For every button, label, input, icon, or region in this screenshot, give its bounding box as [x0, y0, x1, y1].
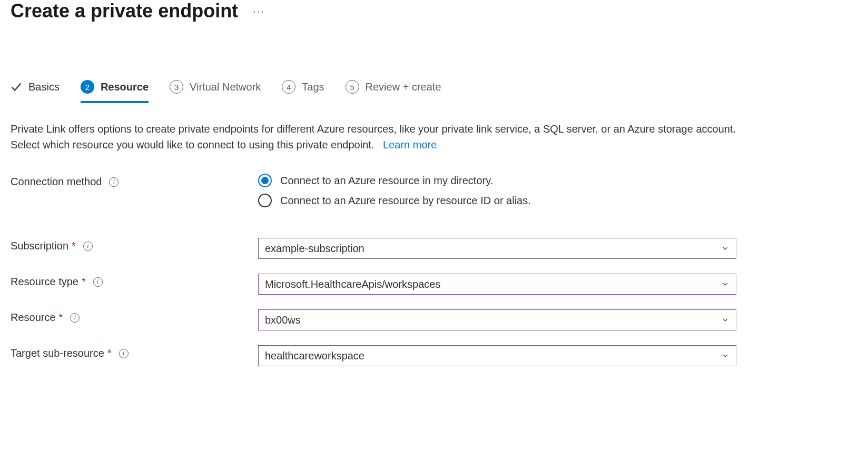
tab-basics[interactable]: Basics — [11, 81, 60, 103]
info-icon[interactable]: i — [109, 177, 119, 187]
chevron-down-icon — [721, 280, 729, 288]
intro-paragraph: Private Link offers options to create pr… — [11, 121, 737, 153]
target-sub-resource-value: healthcareworkspace — [265, 350, 364, 362]
required-star-icon: * — [72, 240, 76, 252]
required-star-icon: * — [82, 276, 86, 288]
label-subscription-text: Subscription — [11, 240, 68, 252]
tab-virtual-network-label: Virtual Network — [190, 81, 261, 93]
required-star-icon: * — [107, 347, 112, 359]
step-badge-3: 3 — [170, 80, 183, 94]
step-badge-5: 5 — [346, 80, 359, 94]
tab-tags-label: Tags — [302, 81, 324, 93]
row-target-sub-resource: Target sub-resource * i healthcareworksp… — [11, 345, 857, 366]
tab-virtual-network[interactable]: 3 Virtual Network — [170, 80, 261, 103]
target-sub-resource-dropdown[interactable]: healthcareworkspace — [258, 345, 736, 366]
tab-basics-label: Basics — [28, 81, 60, 93]
label-resource: Resource * i — [11, 309, 258, 324]
chevron-down-icon — [721, 316, 729, 324]
chevron-down-icon — [721, 351, 729, 360]
label-target-sub-resource-text: Target sub-resource — [11, 347, 104, 359]
intro-text: Private Link offers options to create pr… — [11, 123, 736, 150]
info-icon[interactable]: i — [119, 349, 129, 358]
chevron-down-icon — [721, 244, 729, 253]
wizard-tabs: Basics 2 Resource 3 Virtual Network 4 Ta… — [11, 80, 857, 103]
label-connection-method: Connection method i — [11, 174, 258, 188]
step-badge-4: 4 — [282, 80, 295, 94]
tab-resource[interactable]: 2 Resource — [81, 80, 149, 103]
radio-connect-resource-id-label: Connect to an Azure resource by resource… — [280, 195, 531, 207]
tab-review-create-label: Review + create — [366, 81, 441, 93]
radio-connect-directory[interactable]: Connect to an Azure resource in my direc… — [258, 174, 736, 187]
tab-review-create[interactable]: 5 Review + create — [346, 80, 441, 103]
tab-tags[interactable]: 4 Tags — [282, 80, 324, 103]
row-subscription: Subscription * i example-subscription — [11, 238, 857, 259]
resource-type-value: Microsoft.HealthcareApis/workspaces — [265, 278, 440, 290]
resource-type-dropdown[interactable]: Microsoft.HealthcareApis/workspaces — [258, 274, 736, 295]
resource-value: bx00ws — [265, 314, 301, 326]
info-icon[interactable]: i — [70, 313, 80, 323]
label-target-sub-resource: Target sub-resource * i — [11, 345, 258, 359]
label-resource-type-text: Resource type — [11, 276, 78, 288]
info-icon[interactable]: i — [93, 277, 103, 287]
page-title: Create a private endpoint — [11, 0, 238, 22]
label-resource-type: Resource type * i — [11, 274, 258, 288]
page-header: Create a private endpoint ··· — [11, 0, 857, 22]
more-actions-icon[interactable]: ··· — [253, 6, 265, 16]
required-star-icon: * — [59, 312, 63, 324]
connection-method-radio-group: Connect to an Azure resource in my direc… — [258, 174, 736, 207]
label-subscription: Subscription * i — [11, 238, 258, 252]
label-connection-method-text: Connection method — [11, 176, 102, 188]
radio-connect-resource-id[interactable]: Connect to an Azure resource by resource… — [258, 194, 736, 207]
tab-resource-label: Resource — [101, 81, 149, 93]
step-badge-2: 2 — [81, 80, 94, 94]
row-resource-type: Resource type * i Microsoft.HealthcareAp… — [11, 274, 857, 295]
row-resource: Resource * i bx00ws — [11, 309, 857, 330]
subscription-value: example-subscription — [265, 243, 364, 255]
form-area: Connection method i Connect to an Azure … — [11, 174, 857, 366]
radio-connect-directory-label: Connect to an Azure resource in my direc… — [280, 175, 493, 187]
radio-icon — [258, 174, 272, 187]
resource-dropdown[interactable]: bx00ws — [258, 309, 736, 330]
radio-icon — [258, 194, 272, 207]
subscription-dropdown[interactable]: example-subscription — [258, 238, 736, 259]
label-resource-text: Resource — [11, 312, 56, 324]
row-connection-method: Connection method i Connect to an Azure … — [11, 174, 857, 207]
checkmark-icon — [11, 81, 22, 93]
learn-more-link[interactable]: Learn more — [383, 139, 437, 150]
info-icon[interactable]: i — [83, 242, 93, 251]
